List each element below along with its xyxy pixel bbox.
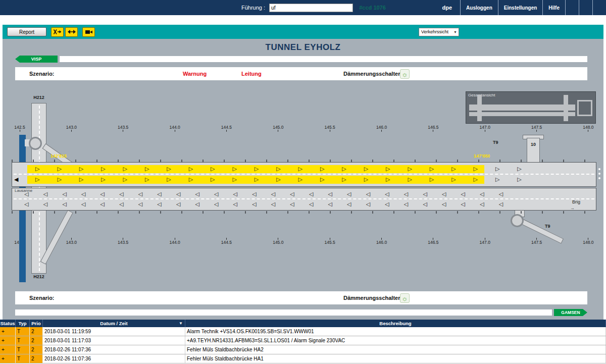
traffic-arrow-icon: ◁ [119,191,123,197]
alarm-row[interactable]: +T22018-02-26 11:07:36Fehler Müls Staldb… [0,345,606,354]
traffic-arrow-icon: ▷ [451,176,456,183]
visp-direction-button[interactable]: VISP [15,56,58,63]
traffic-arrow-icon: ▷ [167,176,171,183]
traffic-arrow-icon: ◁ [119,201,123,207]
minimap-tube [469,112,575,116]
traffic-arrow-icon: ◁ [138,201,142,207]
scenario-bar-bottom: Szenario: Dämmerungsschalter ☼ [15,291,587,304]
traffic-arrow-icon: ◁ [252,191,256,197]
camera-icon [85,29,93,35]
header-prio[interactable]: Prio [30,320,43,327]
drag-handle-dots[interactable] [598,168,600,179]
traffic-arrow-icon: ▷ [342,166,346,172]
traffic-arrow-icon: ▷ [495,166,499,172]
fuehrung-input[interactable] [269,4,353,12]
traffic-arrow-icon: ▷ [517,166,521,172]
traffic-arrow-icon: ▷ [101,176,105,183]
daemmerungsschalter-button[interactable]: ☼ [400,69,410,79]
cell-datetime: 2018-03-01 11:19:59 [43,327,185,336]
fuehrung-label: Führung : [241,5,265,11]
traffic-arrow-icon: ◁ [157,191,161,197]
traffic-arrow-icon: ◁ [81,201,85,207]
daemmerungsschalter-button[interactable]: ☼ [400,293,410,303]
overview-minimap[interactable]: Gesamtansicht [466,91,596,124]
lane-arrows-north-2: ▷▷▷▷▷▷▷▷▷▷▷▷▷▷▷▷▷▷▷▷▷▷▷ [35,175,522,183]
traffic-arrow-icon: ◁ [214,191,218,197]
cancel-selection-button[interactable] [51,27,64,37]
lane-arrows-north-1: ▷▷▷▷▷▷▷▷▷▷▷▷▷▷▷▷▷▷▷▷▷▷▷ [35,165,522,173]
logout-button[interactable]: Ausloggen [460,0,498,15]
pan-horizontal-button[interactable] [65,27,78,37]
roundabout-west [29,137,42,150]
traffic-arrow-icon: ▷ [145,166,149,172]
brig-direction-arrow-icon: → [570,205,575,211]
traffic-arrow-icon: ▷ [495,176,499,183]
traffic-arrow-icon: ◁ [24,201,28,207]
tunnel-tube-north[interactable]: ▷▷▷▷▷▷▷▷▷▷▷▷▷▷▷▷▷▷▷▷▷▷▷ ▷▷▷▷▷▷▷▷▷▷▷▷▷▷▷▷… [12,162,596,187]
header-status[interactable]: Status [0,320,16,327]
tunnel-tube-south[interactable]: Lausanne ◁◁◁◁◁◁◁◁◁◁◁◁◁◁◁◁◁◁◁◁◁◁◁◁◁◁ ◁◁◁◁… [12,188,596,211]
traffic-arrow-icon: ◁ [385,201,389,207]
alarm-row[interactable]: +T22018-02-26 11:07:36Fehler Müls Staldb… [0,354,606,363]
traffic-arrow-icon: ◁ [404,191,408,197]
horizontal-arrows-icon [68,29,76,34]
traffic-arrow-icon: ▷ [386,176,390,183]
view-select-value: Verkehrssicht [421,29,448,34]
traffic-arrow-icon: ▷ [320,176,324,183]
alarm-table-header: Status Typ Prio Datum / Zeit ▼ Beschreib… [0,320,606,327]
cell-prio: 2 [30,354,43,363]
km-label: 144.5 [217,125,235,133]
camera-button[interactable] [82,27,95,37]
wrongway-arrow-icon: ◀ [14,175,18,183]
traffic-arrow-icon: ▷ [211,166,215,172]
report-button[interactable]: Report [7,27,46,36]
view-select[interactable]: Verkehrssicht ▼ [419,28,459,36]
help-button[interactable]: Hilfe [542,0,565,15]
traffic-arrow-icon: ▷ [123,166,127,172]
alarm-row[interactable]: +T22018-03-01 11:19:59Alarm Technik +VS1… [0,327,606,336]
traffic-arrow-icon: ◁ [423,201,427,207]
km-label: 146.0 [373,125,391,133]
alarm-table: Status Typ Prio Datum / Zeit ▼ Beschreib… [0,320,606,363]
cell-typ: T [16,336,30,345]
chevron-down-icon: ▼ [453,30,457,34]
traffic-arrow-icon: ◁ [138,191,142,197]
km-label: 147.0 [476,125,494,133]
scenario-label: Szenario: [29,291,55,304]
alarm-row[interactable]: +T22018-03-01 11:17:03+A9.TEYH.NR14331.A… [0,336,606,345]
cell-description: +A9.TEYH.NR14331.AFBM63=SI.SL1.LOS01 / A… [185,336,606,345]
traffic-arrow-icon: ◁ [366,191,370,197]
header-datetime[interactable]: Datum / Zeit ▼ [43,320,185,327]
traffic-arrow-icon: ◁ [43,191,47,197]
km-label: 144.0 [166,125,184,133]
gamsen-direction-button[interactable]: GAMSEN [554,309,587,316]
traffic-arrow-icon: ▷ [145,176,149,183]
km-scale-bottom: 142.5143.0143.5144.0144.5145.0145.5146.0… [11,238,597,246]
traffic-arrow-icon: ▷ [189,176,193,183]
traffic-arrow-icon: ◁ [233,201,237,207]
traffic-arrow-icon: ▷ [123,176,127,183]
traffic-arrow-icon: ▷ [255,166,259,172]
km-label: 143.0 [62,125,80,133]
cell-datetime: 2018-03-01 11:17:03 [43,336,185,345]
header-description[interactable]: Beschreibung [185,320,606,327]
traffic-arrow-icon: ◁ [176,201,180,207]
km-label: 146.5 [424,238,442,246]
map-toolbar: Report Verkehrssicht ▼ [3,25,603,39]
x-arrow-icon [53,29,62,35]
traffic-arrow-icon: ◁ [366,201,370,207]
page-title: TUNNEL EYHOLZ [3,42,603,53]
minimap-tube [469,105,575,111]
traffic-arrow-icon: ◁ [480,191,484,197]
traffic-arrow-icon: ▷ [255,176,259,183]
header-typ[interactable]: Typ [16,320,30,327]
km-label: 147.0 [476,238,494,246]
traffic-arrow-icon: ◁ [290,191,294,197]
sort-desc-icon[interactable]: ▼ [179,321,183,326]
navbar-empty-cell [565,0,579,15]
session-code: #ccd 1076 [359,5,434,11]
traffic-arrow-icon: ◁ [62,201,66,207]
cell-description: Fehler Müls Staldbachbrücke HA1 [185,354,606,363]
settings-button[interactable]: Einstellungen [498,0,543,15]
top-navbar: Führung : #ccd 1076 dpe Ausloggen Einste… [0,0,606,15]
